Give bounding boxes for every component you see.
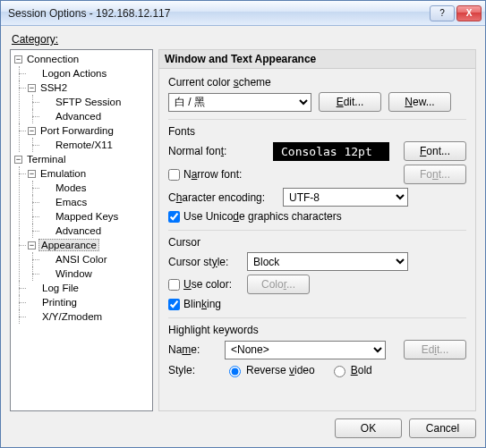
category-label: Category: [12, 33, 476, 46]
bold-label: Bold [351, 364, 372, 376]
hl-edit-button: Edit... [404, 340, 466, 359]
unicode-gfx-checkbox[interactable] [168, 211, 180, 223]
edit-scheme-button[interactable]: Edit... [319, 92, 381, 112]
tree-logon-actions[interactable]: Logon Actions [40, 68, 108, 79]
char-encoding-label: Character encoding: [168, 191, 276, 204]
color-scheme-label: Current color scheme [168, 76, 466, 89]
tree-printing[interactable]: Printing [40, 297, 79, 308]
hl-name-label: Name: [168, 343, 217, 356]
titlebar: Session Options - 192.168.12.117 ? X [1, 1, 485, 26]
hl-name-select[interactable]: <None> [225, 341, 386, 359]
color-button: Color... [247, 275, 310, 294]
tree-appearance[interactable]: Appearance [38, 239, 99, 251]
main-area: −Connection Logon Actions −SSH2 SFTP Ses… [10, 49, 476, 411]
content-panel: Window and Text Appearance Current color… [158, 49, 476, 411]
dialog-footer: OK Cancel [10, 411, 476, 438]
reverse-video-label: Reverse video [246, 364, 315, 376]
use-color-label: Use color: [183, 278, 232, 291]
font-preview: Consolas 12pt [273, 142, 389, 161]
tree-advanced[interactable]: Advanced [54, 111, 103, 122]
narrow-font-button: Font... [404, 165, 466, 184]
close-button[interactable]: X [456, 5, 482, 21]
narrow-font-checkbox[interactable] [168, 169, 180, 181]
dialog-window: Session Options - 192.168.12.117 ? X Cat… [0, 0, 486, 448]
tree-toggle-portfwd[interactable]: − [28, 127, 36, 135]
tree-toggle-connection[interactable]: − [14, 55, 22, 63]
tree-toggle-appearance[interactable]: − [28, 241, 36, 249]
blinking-label: Blinking [183, 298, 221, 310]
tree-remote-x11[interactable]: Remote/X11 [54, 139, 115, 150]
use-color-checkbox[interactable] [168, 279, 180, 291]
reverse-video-radio[interactable] [229, 366, 241, 377]
tree-log-file[interactable]: Log File [40, 283, 81, 293]
narrow-font-label: Narrow font: [183, 168, 242, 181]
tree-xyzmodem[interactable]: X/Y/Zmodem [40, 311, 104, 322]
color-scheme-select[interactable]: 白 / 黑 [168, 93, 311, 112]
dialog-body: Category: −Connection Logon Actions −SSH… [1, 26, 485, 447]
tree-emacs[interactable]: Emacs [54, 197, 89, 207]
tree-ansi-color[interactable]: ANSI Color [54, 254, 109, 265]
cursor-style-select[interactable]: Block [247, 252, 408, 271]
fonts-title: Fonts [168, 125, 466, 138]
cancel-button[interactable]: Cancel [409, 418, 476, 438]
unicode-gfx-label: Use Unicode graphics characters [183, 210, 342, 223]
tree-connection[interactable]: Connection [25, 54, 81, 64]
tree-window[interactable]: Window [54, 268, 94, 279]
tree-port-forwarding[interactable]: Port Forwarding [38, 125, 115, 136]
tree-toggle-ssh2[interactable]: − [28, 84, 36, 92]
tree-toggle-terminal[interactable]: − [14, 156, 22, 164]
cursor-title: Cursor [168, 236, 466, 249]
tree-ssh2[interactable]: SSH2 [38, 82, 69, 93]
normal-font-label: Normal font: [168, 145, 266, 157]
ok-button[interactable]: OK [335, 418, 402, 438]
blinking-checkbox[interactable] [168, 299, 180, 310]
tree-modes[interactable]: Modes [54, 182, 89, 193]
char-encoding-select[interactable]: UTF-8 [283, 188, 408, 207]
tree-toggle-emulation[interactable]: − [28, 170, 36, 178]
tree-mapped-keys[interactable]: Mapped Keys [54, 211, 120, 222]
hl-style-label: Style: [168, 364, 217, 376]
category-tree[interactable]: −Connection Logon Actions −SSH2 SFTP Ses… [10, 49, 153, 411]
help-button[interactable]: ? [430, 5, 455, 21]
tree-emulation[interactable]: Emulation [38, 168, 88, 179]
font-button[interactable]: Font... [404, 141, 466, 161]
tree-sftp-session[interactable]: SFTP Session [54, 97, 123, 107]
new-scheme-button[interactable]: New... [388, 92, 451, 112]
panel-header: Window and Text Appearance [159, 50, 475, 69]
cursor-style-label: Cursor style: [168, 256, 240, 268]
bold-radio[interactable] [334, 366, 345, 377]
highlight-title: Highlight keywords [168, 324, 466, 336]
tree-terminal[interactable]: Terminal [25, 154, 67, 165]
window-title: Session Options - 192.168.12.117 [8, 7, 428, 20]
tree-advanced2[interactable]: Advanced [54, 225, 103, 236]
